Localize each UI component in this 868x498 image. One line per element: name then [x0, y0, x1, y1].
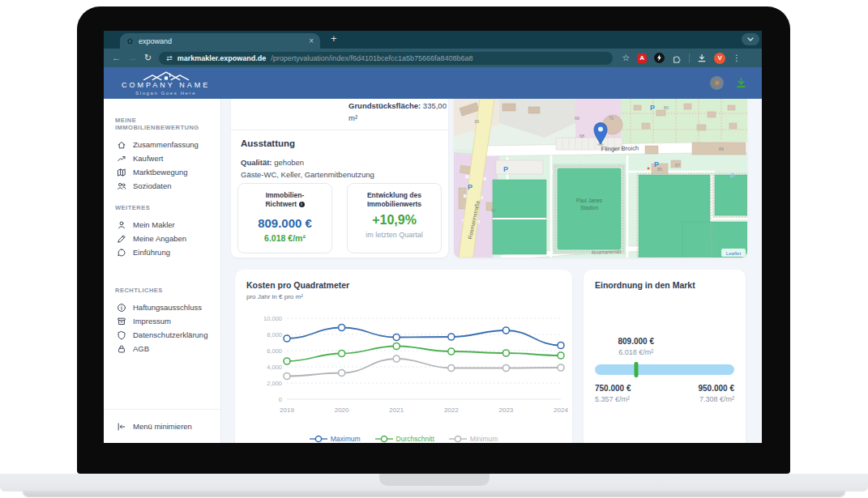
chart-subtitle: pro Jahr in € pro m²	[246, 293, 572, 300]
sidebar-item-einf-hrung[interactable]: Einführung	[104, 245, 220, 259]
laptop-frame: expowand × + ← → ↻ ⇄ markmakler.expowand…	[77, 6, 790, 474]
shield-icon	[117, 330, 126, 340]
sidebar-item-zusammenfassung[interactable]: Zusammenfassung	[104, 138, 220, 151]
extensions-puzzle-icon[interactable]	[672, 53, 682, 63]
market-title: Einordnung in den Markt	[595, 280, 734, 290]
bookmark-star-icon[interactable]: ☆	[622, 53, 630, 63]
sidebar-item-marktbewegung[interactable]: Marktbewegung	[104, 165, 220, 179]
legend-item-minimum[interactable]: Minimum	[449, 435, 498, 443]
market-slider: 809.000 € 6.018 €/m²	[595, 364, 734, 375]
quality-label: Qualität:	[241, 158, 272, 167]
house-number: 39	[474, 119, 479, 124]
quality-value: gehoben	[274, 158, 304, 167]
svg-text:8,000: 8,000	[267, 331, 282, 338]
pencil-icon	[117, 234, 126, 244]
sidebar: MEINE IMMOBILIENBEWERTUNGZusammenfassung…	[104, 99, 221, 443]
legend-marker-icon	[449, 435, 467, 443]
address-bar[interactable]: ⇄ markmakler.expowand.de/propertyvaluati…	[159, 52, 613, 65]
map-panel[interactable]: Flinger Broich Rosmarinstraße Rosmariens…	[454, 99, 747, 258]
header-actions: ☀	[710, 67, 747, 99]
sidebar-item-label: Zusammenfassung	[133, 140, 199, 149]
house-number: 89	[719, 147, 724, 151]
map-attribution[interactable]: Leaflet	[721, 249, 746, 257]
plot-area-value: 335,00	[423, 101, 447, 110]
legend-item-durchschnitt[interactable]: Durchschnitt	[375, 435, 434, 443]
svg-text:2,000: 2,000	[267, 380, 282, 387]
main-content: Grundstücksfläche: 335,00 m² Ausstattung…	[221, 99, 762, 443]
sidebar-item-soziodaten[interactable]: Soziodaten	[104, 179, 220, 193]
legend-marker-icon	[375, 435, 393, 443]
url-path: /propertyvaluation/index/f6d4101bcefcc1a…	[271, 54, 472, 62]
sidebar-item-impressum[interactable]: Impressum	[104, 314, 220, 328]
person-icon	[117, 220, 126, 230]
house-number: 70	[609, 116, 614, 121]
leaflet-map[interactable]: Flinger Broich Rosmarinstraße Rosmariens…	[454, 99, 747, 258]
richtwert-card: Immobilien- Richtwert i 809.000 € 6.018 …	[237, 183, 332, 253]
legend-label: Maximum	[331, 435, 361, 443]
line-chart[interactable]: 02,0004,0006,0008,00010,0002019202020212…	[246, 312, 572, 427]
svg-text:2022: 2022	[444, 406, 459, 414]
entwicklung-value: +10,9%	[348, 213, 441, 228]
tab-close-icon[interactable]: ×	[309, 37, 314, 45]
svg-text:2021: 2021	[389, 406, 404, 414]
svg-text:4,000: 4,000	[267, 364, 282, 371]
pdf-extension-icon[interactable]: A	[637, 53, 647, 63]
sidebar-item-kaufwert[interactable]: Kaufwert	[104, 151, 220, 165]
collapse-menu-icon	[117, 422, 126, 432]
current-price: 809.000 €	[618, 337, 654, 346]
downloads-icon[interactable]	[697, 53, 707, 63]
svg-text:Leaflet[interactable]: Leaflet	[726, 250, 742, 256]
tab-search-chevron-button[interactable]	[742, 33, 759, 45]
richtwert-value: 809.000 €	[238, 216, 331, 230]
dark-extension-icon[interactable]	[654, 53, 665, 63]
divider	[231, 130, 448, 130]
roofline-logo-icon	[136, 70, 196, 81]
entwicklung-card: Entwicklung des Immobilienwerts +10,9% i…	[347, 183, 442, 253]
forward-button[interactable]: →	[128, 53, 137, 62]
sidebar-item-label: Kaufwert	[133, 154, 164, 163]
house-number: 85	[657, 167, 662, 172]
site-settings-icon[interactable]: ⇄	[166, 54, 173, 62]
sidebar-minimize-button[interactable]: Menü minimieren	[104, 409, 220, 443]
street-label: Rosmarienstr.	[592, 249, 623, 255]
browser-menu-icon[interactable]: ⋮	[733, 53, 741, 62]
street-label: Flinger Broich	[601, 144, 639, 152]
info-icon[interactable]: i	[299, 202, 305, 207]
laptop-base-notch	[379, 474, 490, 486]
sidebar-item-haftungsausschluss[interactable]: Haftungsausschluss	[104, 300, 220, 314]
svg-text:2023: 2023	[499, 406, 514, 414]
browser-tab-expowand[interactable]: expowand ×	[120, 33, 320, 49]
tab-favicon-home-icon	[126, 37, 134, 45]
market-min: 750.000 € 5.357 €/m²	[595, 384, 631, 403]
toolbar-divider	[689, 53, 690, 63]
plot-area-label: Grundstücksfläche:	[348, 101, 421, 110]
theme-toggle-sun-icon[interactable]: ☀	[710, 76, 724, 90]
sidebar-minimize-label: Menü minimieren	[133, 422, 192, 431]
legend-item-maximum[interactable]: Maximum	[310, 435, 361, 443]
house-number: 66	[575, 116, 579, 121]
sidebar-item-label: Haftungsausschluss	[133, 303, 202, 312]
market-position-panel: Einordnung in den Markt 809.000 € 6.018 …	[584, 270, 746, 443]
map-icon	[117, 168, 126, 177]
house-number: 90	[491, 208, 496, 213]
sidebar-item-meine-angaben[interactable]: Meine Angaben	[104, 232, 220, 245]
entwicklung-caption: im letzten Quartal	[348, 231, 441, 239]
market-range-track[interactable]	[595, 364, 734, 375]
market-position-marker[interactable]	[634, 362, 638, 377]
sidebar-item-mein-makler[interactable]: Mein Makler	[104, 218, 220, 232]
new-tab-button[interactable]: +	[331, 32, 337, 45]
report-download-icon[interactable]	[735, 77, 747, 89]
back-button[interactable]: ←	[112, 53, 121, 62]
sidebar-item-agb[interactable]: AGB	[104, 342, 220, 355]
chat-icon	[117, 248, 126, 258]
browser-profile-avatar[interactable]: V	[714, 53, 725, 64]
ausstattung-title: Ausstattung	[241, 138, 295, 148]
sidebar-item-datenschutzerkl-rung[interactable]: Datenschutzerklärung	[104, 328, 220, 342]
parking-icon: P	[503, 165, 508, 173]
laptop-base	[0, 474, 868, 492]
sidebar-section-title: MEINE IMMOBILIENBEWERTUNG	[115, 117, 220, 131]
trend-icon	[117, 154, 126, 164]
reload-button[interactable]: ↻	[144, 53, 152, 62]
plot-area-unit: m²	[348, 113, 357, 122]
company-name: COMPANY NAME	[122, 82, 210, 89]
